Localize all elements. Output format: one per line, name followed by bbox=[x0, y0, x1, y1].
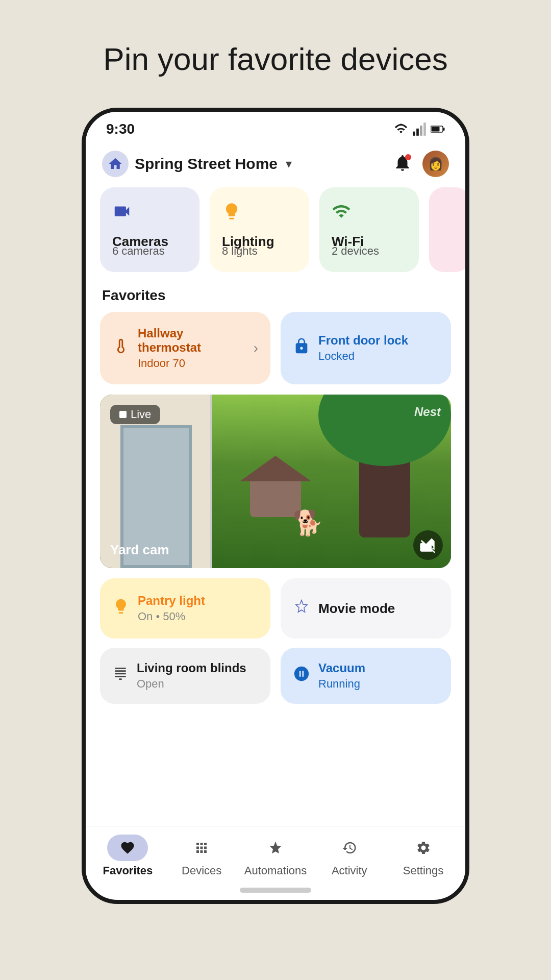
svg-rect-0 bbox=[413, 132, 415, 136]
pantry-name: Pantry light bbox=[138, 594, 205, 608]
yard-tree bbox=[359, 405, 410, 537]
thermostat-info: Hallway thermostat Indoor 70 bbox=[138, 326, 245, 370]
categories-row: Cameras 6 cameras Lighting 8 lights bbox=[86, 187, 465, 272]
app-content: Spring Street Home ▾ 👩 Cameras 6 c bbox=[86, 142, 465, 826]
home-bar bbox=[240, 888, 311, 893]
home-name: Spring Street Home bbox=[135, 155, 278, 173]
nav-activity[interactable]: Activity bbox=[312, 835, 386, 877]
phone-frame: 9:30 Spring Street Home ▾ bbox=[82, 108, 469, 904]
nav-automations-label: Automations bbox=[244, 864, 307, 877]
wifi-icon bbox=[394, 122, 408, 136]
house-icon bbox=[108, 156, 123, 172]
vacuum-icon bbox=[293, 665, 310, 687]
settings-icon bbox=[416, 840, 431, 855]
thermostat-icon bbox=[112, 337, 130, 359]
svg-rect-5 bbox=[443, 128, 445, 131]
pantry-info: Pantry light On • 50% bbox=[138, 594, 205, 623]
nav-settings[interactable]: Settings bbox=[386, 835, 460, 877]
yard-dog: 🐕 bbox=[293, 509, 323, 537]
app-header: Spring Street Home ▾ 👩 bbox=[86, 142, 465, 187]
category-partial bbox=[429, 187, 465, 272]
heart-icon bbox=[120, 840, 135, 855]
vacuum-info: Vacuum Running bbox=[318, 661, 365, 691]
cameras-count: 6 cameras bbox=[112, 244, 187, 258]
bottom-cards-row2: Living room blinds Open Vacuum Running bbox=[86, 648, 465, 704]
chevron-down-icon: ▾ bbox=[286, 157, 292, 171]
blinds-name: Living room blinds bbox=[137, 661, 246, 675]
doorlock-name: Front door lock bbox=[318, 333, 439, 348]
notification-dot bbox=[405, 154, 411, 160]
blinds-info: Living room blinds Open bbox=[137, 661, 246, 691]
nav-favorites[interactable]: Favorites bbox=[91, 835, 165, 877]
thermostat-chevron-icon: › bbox=[254, 340, 258, 356]
nav-automations-bg bbox=[255, 835, 296, 861]
svg-rect-3 bbox=[423, 122, 426, 136]
bottom-nav: Favorites Devices Automations Activity bbox=[86, 826, 465, 883]
home-selector[interactable]: Spring Street Home ▾ bbox=[102, 151, 292, 177]
doorlock-card[interactable]: Front door lock Locked bbox=[281, 312, 451, 384]
category-lighting[interactable]: Lighting 8 lights bbox=[210, 187, 309, 272]
favorites-row: Hallway thermostat Indoor 70 › Front doo… bbox=[86, 312, 465, 384]
vacuum-name: Vacuum bbox=[318, 661, 365, 675]
thermostat-card[interactable]: Hallway thermostat Indoor 70 › bbox=[100, 312, 270, 384]
bottom-cards-row1: Pantry light On • 50% Movie mode bbox=[86, 578, 465, 639]
live-badge: Live bbox=[110, 405, 160, 424]
status-time: 9:30 bbox=[106, 121, 135, 137]
nav-devices-label: Devices bbox=[182, 864, 221, 877]
camera-name: Yard cam bbox=[110, 542, 169, 558]
home-icon-bg bbox=[102, 151, 129, 177]
devices-icon bbox=[194, 840, 209, 855]
blinds-card[interactable]: Living room blinds Open bbox=[100, 648, 270, 704]
nav-favorites-bg bbox=[107, 835, 148, 861]
doorlock-status: Locked bbox=[318, 350, 439, 363]
avatar[interactable]: 👩 bbox=[422, 151, 449, 177]
nav-favorites-label: Favorites bbox=[103, 864, 153, 877]
category-wifi[interactable]: Wi-Fi 2 devices bbox=[319, 187, 419, 272]
signal-icon bbox=[412, 122, 427, 136]
page-title: Pin your favorite devices bbox=[103, 41, 447, 77]
activity-icon bbox=[342, 840, 357, 855]
movie-icon bbox=[293, 598, 310, 619]
nav-activity-bg bbox=[329, 835, 370, 861]
svg-rect-1 bbox=[416, 129, 419, 136]
bell-button[interactable] bbox=[393, 153, 412, 175]
wifi-count: 2 devices bbox=[332, 244, 407, 258]
nav-devices[interactable]: Devices bbox=[165, 835, 239, 877]
pantry-light-icon bbox=[112, 598, 130, 619]
wifi-category-icon bbox=[332, 202, 407, 226]
svg-rect-6 bbox=[432, 127, 440, 132]
nest-brand: Nest bbox=[414, 405, 441, 419]
favorites-section-label: Favorites bbox=[86, 287, 465, 304]
svg-rect-2 bbox=[420, 126, 422, 136]
doorlock-info: Front door lock Locked bbox=[318, 333, 439, 363]
movie-card[interactable]: Movie mode bbox=[281, 578, 451, 639]
pantry-status: On • 50% bbox=[138, 610, 205, 623]
nav-automations[interactable]: Automations bbox=[239, 835, 313, 877]
blinds-icon bbox=[112, 666, 129, 686]
status-bar: 9:30 bbox=[86, 112, 465, 142]
nav-devices-bg bbox=[181, 835, 222, 861]
movie-name: Movie mode bbox=[318, 601, 395, 617]
nav-settings-label: Settings bbox=[403, 864, 444, 877]
vacuum-card[interactable]: Vacuum Running bbox=[281, 648, 451, 704]
live-dot bbox=[119, 411, 127, 418]
camera-feed[interactable]: 🐕 Live Nest Yard cam bbox=[100, 395, 451, 568]
doorlock-icon bbox=[293, 337, 310, 359]
status-icons bbox=[394, 122, 445, 136]
battery-icon bbox=[431, 122, 445, 136]
automations-icon bbox=[268, 840, 283, 855]
vacuum-status: Running bbox=[318, 677, 365, 691]
lighting-icon bbox=[222, 202, 297, 226]
nav-settings-bg bbox=[403, 835, 444, 861]
camera-icon bbox=[112, 202, 187, 226]
thermostat-name: Hallway thermostat bbox=[138, 326, 245, 355]
header-actions: 👩 bbox=[393, 151, 449, 177]
pantry-card[interactable]: Pantry light On • 50% bbox=[100, 578, 270, 639]
nav-activity-label: Activity bbox=[332, 864, 367, 877]
category-cameras[interactable]: Cameras 6 cameras bbox=[100, 187, 199, 272]
thermostat-status: Indoor 70 bbox=[138, 357, 245, 370]
blinds-status: Open bbox=[137, 677, 246, 691]
live-label: Live bbox=[131, 408, 151, 421]
no-screen-icon[interactable] bbox=[413, 530, 443, 560]
